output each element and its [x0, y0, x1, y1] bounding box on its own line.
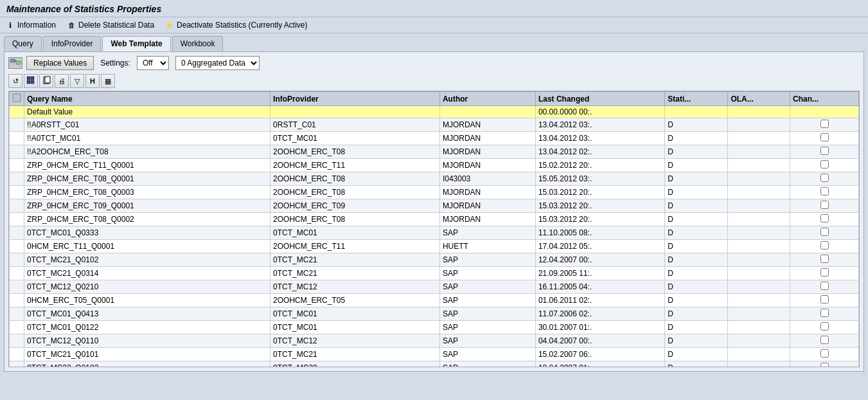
freeze-button[interactable]: H	[85, 74, 100, 88]
col-header-last-changed[interactable]: Last Changed	[535, 92, 664, 106]
export-icon	[26, 76, 35, 86]
table-row[interactable]: 0HCM_ERC_T11_Q00012OOHCM_ERC_T11HUETT17.…	[10, 240, 859, 253]
aggregated-dropdown[interactable]: 0 Aggregated Data 1 Aggregated Data 2 Ag…	[175, 56, 260, 70]
row-chan[interactable]	[790, 106, 859, 118]
row-checkbox[interactable]	[820, 120, 829, 128]
row-chan[interactable]	[790, 132, 859, 145]
row-infoprovider: 0TCT_MC01	[270, 307, 440, 321]
row-checkbox[interactable]	[820, 201, 829, 209]
tab-workbook[interactable]: Workbook	[172, 36, 224, 51]
table-row[interactable]: 0TCT_MC01_Q04130TCT_MC01SAP11.07.2006 02…	[10, 307, 859, 321]
row-chan[interactable]	[790, 118, 859, 132]
row-last-changed: 15.03.2012 20:.	[535, 213, 664, 226]
row-checkbox[interactable]	[820, 147, 829, 155]
row-chan[interactable]	[790, 159, 859, 172]
print-button[interactable]: 🖨	[55, 74, 69, 88]
row-chan[interactable]	[790, 145, 859, 159]
data-table-container[interactable]: Query Name InfoProvider Author Last Chan…	[8, 91, 860, 367]
row-checkbox[interactable]	[820, 214, 829, 223]
table-row[interactable]: !!A2OOHCM_ERC_T082OOHCM_ERC_T08MJORDAN13…	[10, 145, 859, 159]
row-checkbox[interactable]	[820, 255, 829, 263]
row-status: D	[665, 132, 728, 145]
table-row[interactable]: 0TCT_MC21_Q01010TCT_MC21SAP15.02.2007 06…	[10, 348, 859, 361]
row-last-changed: 11.10.2005 08:.	[535, 226, 664, 240]
row-checkbox[interactable]	[820, 160, 829, 168]
row-status: D	[665, 186, 728, 199]
table-row[interactable]: 0TCT_MC21_Q03140TCT_MC21SAP21.09.2005 11…	[10, 267, 859, 280]
table-row[interactable]: ZRP_0HCM_ERC_T08_Q00032OOHCM_ERC_T08MJOR…	[10, 186, 859, 199]
row-chan[interactable]	[790, 321, 859, 334]
row-infoprovider: 0TCT_MC12	[270, 280, 440, 294]
col-header-author[interactable]: Author	[439, 92, 535, 106]
copy-button[interactable]	[39, 74, 53, 88]
row-checkbox[interactable]	[820, 322, 829, 331]
refresh-button[interactable]: ↺	[8, 74, 22, 88]
replace-values-button[interactable]: Replace Values	[26, 56, 94, 70]
row-chan[interactable]	[790, 294, 859, 307]
row-checkbox[interactable]	[820, 363, 829, 367]
table-row[interactable]: !!A0RSTT_C010RSTT_C01MJORDAN13.04.2012 0…	[10, 118, 859, 132]
row-checkbox[interactable]	[820, 336, 829, 344]
row-infoprovider: 2OOHCM_ERC_T08	[270, 172, 440, 186]
row-checkbox[interactable]	[820, 282, 829, 290]
col-header-ola[interactable]: OLA...	[728, 92, 790, 106]
table-row[interactable]: 0TCT_MC01_Q03330TCT_MC01SAP11.10.2005 08…	[10, 226, 859, 240]
row-ola	[728, 132, 790, 145]
row-checkbox[interactable]	[820, 228, 829, 236]
table-row[interactable]: ZRP_0HCM_ERC_T08_Q00012OOHCM_ERC_T08I043…	[10, 172, 859, 186]
table-row[interactable]: ZRP_0HCM_ERC_T08_Q00022OOHCM_ERC_T08MJOR…	[10, 213, 859, 226]
col-header-infoprovider[interactable]: InfoProvider	[270, 92, 440, 106]
table-row[interactable]: ZRP_0HCM_ERC_T09_Q00012OOHCM_ERC_T09MJOR…	[10, 199, 859, 213]
row-chan[interactable]	[790, 226, 859, 240]
row-query-name: 0TCT_MC01_Q0333	[24, 226, 270, 240]
row-checkbox[interactable]	[820, 174, 829, 182]
tab-query[interactable]: Query	[4, 36, 42, 51]
row-chan[interactable]	[790, 213, 859, 226]
settings-label: Settings:	[100, 59, 130, 68]
row-chan[interactable]	[790, 186, 859, 199]
col-header-status[interactable]: Stati...	[665, 92, 728, 106]
col-header-chan[interactable]: Chan...	[790, 92, 859, 106]
table-row[interactable]: ZRP_0HCM_ERC_T11_Q00012OOHCM_ERC_T11MJOR…	[10, 159, 859, 172]
table-row[interactable]: 0HCM_ERC_T05_Q00012OOHCM_ERC_T05SAP01.06…	[10, 294, 859, 307]
row-ola	[728, 253, 790, 267]
row-chan[interactable]	[790, 348, 859, 361]
row-chan[interactable]	[790, 361, 859, 368]
table-row[interactable]: 0TCT_MC12_Q01100TCT_MC12SAP04.04.2007 00…	[10, 334, 859, 348]
table-row[interactable]: 0TCT_MC01_Q01220TCT_MC01SAP30.01.2007 01…	[10, 321, 859, 334]
settings-dropdown[interactable]: Off On	[137, 56, 169, 70]
layout-button[interactable]: ▦	[101, 74, 115, 88]
table-row[interactable]: !!A0TCT_MC010TCT_MC01MJORDAN13.04.2012 0…	[10, 132, 859, 145]
table-row[interactable]: 0TCT_MC21_Q01020TCT_MC21SAP12.04.2007 00…	[10, 253, 859, 267]
col-header-query-name[interactable]: Query Name	[24, 92, 270, 106]
filter-button[interactable]: ▽	[70, 74, 84, 88]
information-button[interactable]: ℹ Information	[5, 20, 56, 30]
row-checkbox[interactable]	[820, 133, 829, 141]
row-chan[interactable]	[790, 267, 859, 280]
deactivate-button[interactable]: ⚡ Deactivate Statistics (Currently Activ…	[164, 20, 307, 30]
row-author: SAP	[439, 253, 535, 267]
row-chan[interactable]	[790, 280, 859, 294]
row-ola	[728, 334, 790, 348]
row-checkbox[interactable]	[820, 241, 829, 250]
table-row[interactable]: Default Value00.00.0000 00:.	[10, 106, 859, 118]
row-chan[interactable]	[790, 199, 859, 213]
row-checkbox[interactable]	[820, 187, 829, 195]
row-chan[interactable]	[790, 334, 859, 348]
table-row[interactable]: 0TCT_MC12_Q02100TCT_MC12SAP16.11.2005 04…	[10, 280, 859, 294]
row-query-name: ZRP_0HCM_ERC_T08_Q0003	[24, 186, 270, 199]
row-status: D	[665, 213, 728, 226]
row-chan[interactable]	[790, 172, 859, 186]
export-button[interactable]	[24, 74, 38, 88]
row-chan[interactable]	[790, 307, 859, 321]
delete-button[interactable]: 🗑 Delete Statistical Data	[66, 20, 154, 30]
table-row[interactable]: 0TCT_MC22_Q01030TCT_MC22SAP18.04.2007 01…	[10, 361, 859, 368]
row-checkbox[interactable]	[820, 268, 829, 277]
tab-infoprovider[interactable]: InfoProvider	[43, 36, 102, 51]
row-checkbox[interactable]	[820, 349, 829, 358]
row-checkbox[interactable]	[820, 309, 829, 317]
row-chan[interactable]	[790, 240, 859, 253]
row-chan[interactable]	[790, 253, 859, 267]
row-checkbox[interactable]	[820, 295, 829, 304]
tab-web-template[interactable]: Web Template	[102, 36, 170, 51]
